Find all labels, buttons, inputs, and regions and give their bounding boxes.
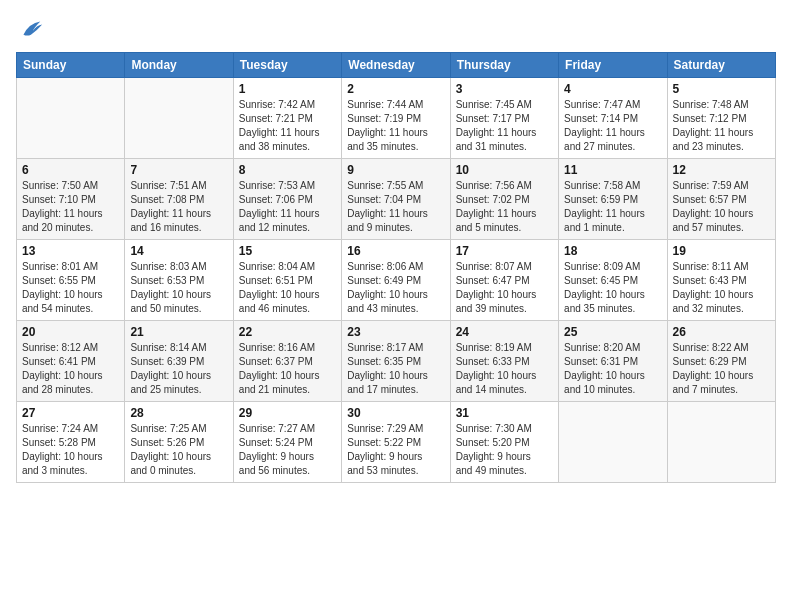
week-row-5: 27Sunrise: 7:24 AM Sunset: 5:28 PM Dayli… <box>17 402 776 483</box>
logo <box>16 16 48 44</box>
calendar-cell: 18Sunrise: 8:09 AM Sunset: 6:45 PM Dayli… <box>559 240 667 321</box>
day-number: 18 <box>564 244 661 258</box>
day-info: Sunrise: 7:51 AM Sunset: 7:08 PM Dayligh… <box>130 179 227 235</box>
calendar-cell: 1Sunrise: 7:42 AM Sunset: 7:21 PM Daylig… <box>233 78 341 159</box>
calendar-cell: 12Sunrise: 7:59 AM Sunset: 6:57 PM Dayli… <box>667 159 775 240</box>
day-info: Sunrise: 8:20 AM Sunset: 6:31 PM Dayligh… <box>564 341 661 397</box>
calendar-cell: 17Sunrise: 8:07 AM Sunset: 6:47 PM Dayli… <box>450 240 558 321</box>
column-header-sunday: Sunday <box>17 53 125 78</box>
day-info: Sunrise: 8:07 AM Sunset: 6:47 PM Dayligh… <box>456 260 553 316</box>
day-info: Sunrise: 7:55 AM Sunset: 7:04 PM Dayligh… <box>347 179 444 235</box>
column-header-tuesday: Tuesday <box>233 53 341 78</box>
calendar-cell: 4Sunrise: 7:47 AM Sunset: 7:14 PM Daylig… <box>559 78 667 159</box>
day-number: 2 <box>347 82 444 96</box>
day-number: 6 <box>22 163 119 177</box>
day-number: 30 <box>347 406 444 420</box>
calendar-cell: 22Sunrise: 8:16 AM Sunset: 6:37 PM Dayli… <box>233 321 341 402</box>
day-info: Sunrise: 7:42 AM Sunset: 7:21 PM Dayligh… <box>239 98 336 154</box>
day-number: 4 <box>564 82 661 96</box>
day-info: Sunrise: 8:22 AM Sunset: 6:29 PM Dayligh… <box>673 341 770 397</box>
calendar-cell: 19Sunrise: 8:11 AM Sunset: 6:43 PM Dayli… <box>667 240 775 321</box>
calendar-cell: 5Sunrise: 7:48 AM Sunset: 7:12 PM Daylig… <box>667 78 775 159</box>
calendar-cell <box>17 78 125 159</box>
calendar-cell: 15Sunrise: 8:04 AM Sunset: 6:51 PM Dayli… <box>233 240 341 321</box>
day-info: Sunrise: 8:06 AM Sunset: 6:49 PM Dayligh… <box>347 260 444 316</box>
day-number: 17 <box>456 244 553 258</box>
calendar-cell: 6Sunrise: 7:50 AM Sunset: 7:10 PM Daylig… <box>17 159 125 240</box>
calendar-cell: 9Sunrise: 7:55 AM Sunset: 7:04 PM Daylig… <box>342 159 450 240</box>
page-header <box>16 16 776 44</box>
day-info: Sunrise: 7:44 AM Sunset: 7:19 PM Dayligh… <box>347 98 444 154</box>
calendar-cell: 24Sunrise: 8:19 AM Sunset: 6:33 PM Dayli… <box>450 321 558 402</box>
day-info: Sunrise: 7:58 AM Sunset: 6:59 PM Dayligh… <box>564 179 661 235</box>
day-info: Sunrise: 8:11 AM Sunset: 6:43 PM Dayligh… <box>673 260 770 316</box>
logo-bird-icon <box>16 16 44 44</box>
day-number: 1 <box>239 82 336 96</box>
calendar-table: SundayMondayTuesdayWednesdayThursdayFrid… <box>16 52 776 483</box>
day-info: Sunrise: 7:53 AM Sunset: 7:06 PM Dayligh… <box>239 179 336 235</box>
day-info: Sunrise: 7:27 AM Sunset: 5:24 PM Dayligh… <box>239 422 336 478</box>
calendar-cell: 28Sunrise: 7:25 AM Sunset: 5:26 PM Dayli… <box>125 402 233 483</box>
day-info: Sunrise: 8:19 AM Sunset: 6:33 PM Dayligh… <box>456 341 553 397</box>
week-row-1: 1Sunrise: 7:42 AM Sunset: 7:21 PM Daylig… <box>17 78 776 159</box>
calendar-cell: 25Sunrise: 8:20 AM Sunset: 6:31 PM Dayli… <box>559 321 667 402</box>
day-info: Sunrise: 7:24 AM Sunset: 5:28 PM Dayligh… <box>22 422 119 478</box>
day-number: 22 <box>239 325 336 339</box>
day-info: Sunrise: 8:01 AM Sunset: 6:55 PM Dayligh… <box>22 260 119 316</box>
calendar-cell: 11Sunrise: 7:58 AM Sunset: 6:59 PM Dayli… <box>559 159 667 240</box>
day-info: Sunrise: 8:16 AM Sunset: 6:37 PM Dayligh… <box>239 341 336 397</box>
day-number: 28 <box>130 406 227 420</box>
day-info: Sunrise: 7:56 AM Sunset: 7:02 PM Dayligh… <box>456 179 553 235</box>
day-info: Sunrise: 7:30 AM Sunset: 5:20 PM Dayligh… <box>456 422 553 478</box>
day-info: Sunrise: 8:12 AM Sunset: 6:41 PM Dayligh… <box>22 341 119 397</box>
day-number: 11 <box>564 163 661 177</box>
calendar-cell: 30Sunrise: 7:29 AM Sunset: 5:22 PM Dayli… <box>342 402 450 483</box>
calendar-cell: 26Sunrise: 8:22 AM Sunset: 6:29 PM Dayli… <box>667 321 775 402</box>
day-info: Sunrise: 7:29 AM Sunset: 5:22 PM Dayligh… <box>347 422 444 478</box>
day-info: Sunrise: 7:48 AM Sunset: 7:12 PM Dayligh… <box>673 98 770 154</box>
day-info: Sunrise: 7:59 AM Sunset: 6:57 PM Dayligh… <box>673 179 770 235</box>
calendar-cell: 3Sunrise: 7:45 AM Sunset: 7:17 PM Daylig… <box>450 78 558 159</box>
calendar-cell: 10Sunrise: 7:56 AM Sunset: 7:02 PM Dayli… <box>450 159 558 240</box>
day-number: 27 <box>22 406 119 420</box>
day-info: Sunrise: 8:03 AM Sunset: 6:53 PM Dayligh… <box>130 260 227 316</box>
calendar-cell: 20Sunrise: 8:12 AM Sunset: 6:41 PM Dayli… <box>17 321 125 402</box>
day-number: 29 <box>239 406 336 420</box>
day-number: 3 <box>456 82 553 96</box>
day-number: 16 <box>347 244 444 258</box>
week-row-3: 13Sunrise: 8:01 AM Sunset: 6:55 PM Dayli… <box>17 240 776 321</box>
day-number: 20 <box>22 325 119 339</box>
calendar-cell: 7Sunrise: 7:51 AM Sunset: 7:08 PM Daylig… <box>125 159 233 240</box>
calendar-cell: 14Sunrise: 8:03 AM Sunset: 6:53 PM Dayli… <box>125 240 233 321</box>
calendar-header-row: SundayMondayTuesdayWednesdayThursdayFrid… <box>17 53 776 78</box>
day-info: Sunrise: 7:25 AM Sunset: 5:26 PM Dayligh… <box>130 422 227 478</box>
calendar-cell: 16Sunrise: 8:06 AM Sunset: 6:49 PM Dayli… <box>342 240 450 321</box>
calendar-cell: 2Sunrise: 7:44 AM Sunset: 7:19 PM Daylig… <box>342 78 450 159</box>
day-number: 8 <box>239 163 336 177</box>
day-number: 31 <box>456 406 553 420</box>
day-number: 21 <box>130 325 227 339</box>
day-number: 5 <box>673 82 770 96</box>
day-number: 10 <box>456 163 553 177</box>
week-row-2: 6Sunrise: 7:50 AM Sunset: 7:10 PM Daylig… <box>17 159 776 240</box>
day-info: Sunrise: 8:09 AM Sunset: 6:45 PM Dayligh… <box>564 260 661 316</box>
day-info: Sunrise: 7:50 AM Sunset: 7:10 PM Dayligh… <box>22 179 119 235</box>
day-info: Sunrise: 7:45 AM Sunset: 7:17 PM Dayligh… <box>456 98 553 154</box>
column-header-friday: Friday <box>559 53 667 78</box>
column-header-wednesday: Wednesday <box>342 53 450 78</box>
day-number: 26 <box>673 325 770 339</box>
column-header-saturday: Saturday <box>667 53 775 78</box>
day-number: 23 <box>347 325 444 339</box>
calendar-cell: 21Sunrise: 8:14 AM Sunset: 6:39 PM Dayli… <box>125 321 233 402</box>
day-number: 15 <box>239 244 336 258</box>
calendar-cell: 27Sunrise: 7:24 AM Sunset: 5:28 PM Dayli… <box>17 402 125 483</box>
day-number: 9 <box>347 163 444 177</box>
day-info: Sunrise: 8:04 AM Sunset: 6:51 PM Dayligh… <box>239 260 336 316</box>
calendar-cell: 29Sunrise: 7:27 AM Sunset: 5:24 PM Dayli… <box>233 402 341 483</box>
week-row-4: 20Sunrise: 8:12 AM Sunset: 6:41 PM Dayli… <box>17 321 776 402</box>
day-number: 25 <box>564 325 661 339</box>
calendar-cell: 13Sunrise: 8:01 AM Sunset: 6:55 PM Dayli… <box>17 240 125 321</box>
day-number: 13 <box>22 244 119 258</box>
day-info: Sunrise: 7:47 AM Sunset: 7:14 PM Dayligh… <box>564 98 661 154</box>
day-number: 19 <box>673 244 770 258</box>
